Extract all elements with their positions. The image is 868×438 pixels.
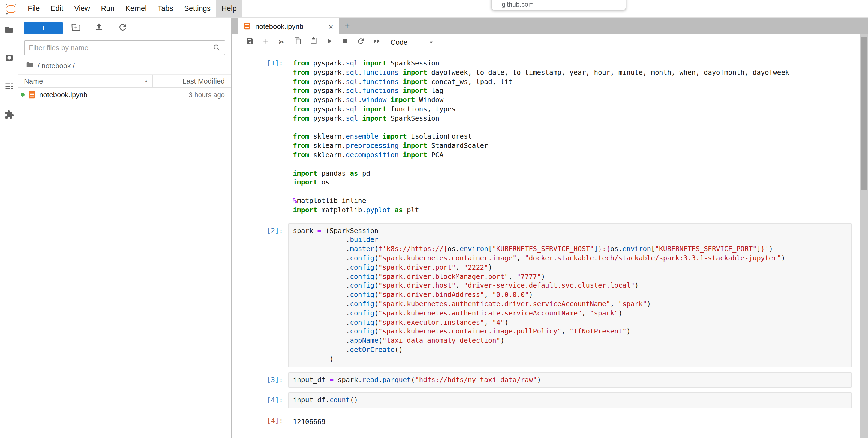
- notebook-file-icon: [243, 22, 251, 30]
- paste-cells-button[interactable]: [305, 35, 321, 49]
- restart-run-all-button[interactable]: [369, 35, 384, 49]
- upload-icon: [94, 22, 104, 34]
- code-cell[interactable]: [3]:input_df = spark.read.parquet("hdfs:…: [237, 372, 852, 388]
- list-icon: [4, 81, 14, 93]
- filter-files-input[interactable]: [24, 40, 225, 55]
- cell-editor[interactable]: from pyspark.sql import SparkSessionfrom…: [288, 56, 852, 218]
- popup-text: github.com: [502, 1, 534, 8]
- interrupt-kernel-button[interactable]: [337, 35, 353, 49]
- copy-icon: [294, 37, 301, 47]
- menu-help[interactable]: Help: [216, 0, 242, 18]
- upload-button[interactable]: [93, 22, 105, 34]
- cell-output-text: 12106669: [288, 413, 852, 430]
- notebook-file-icon: [28, 91, 36, 99]
- tab-notebook[interactable]: notebook.ipynb ×: [238, 18, 339, 34]
- copy-cells-button[interactable]: [289, 35, 305, 49]
- menu-kernel[interactable]: Kernel: [120, 0, 152, 18]
- menu-settings[interactable]: Settings: [179, 0, 216, 18]
- menu-bar: File Edit View Run Kernel Tabs Settings …: [0, 0, 868, 18]
- clipboard-icon: [310, 37, 317, 47]
- file-name: notebook.ipynb: [39, 91, 87, 99]
- plus-icon: +: [344, 21, 350, 32]
- play-icon: [325, 37, 333, 47]
- menu-view[interactable]: View: [69, 0, 95, 18]
- extensions-tab[interactable]: [3, 110, 15, 122]
- puzzle-icon: [4, 110, 14, 122]
- breadcrumb[interactable]: / notebook /: [18, 56, 231, 74]
- refresh-button[interactable]: [117, 22, 128, 34]
- cell-editor[interactable]: spark = (SparkSession .builder .master(f…: [288, 223, 852, 367]
- tab-label: notebook.ipynb: [255, 22, 303, 30]
- notebook-toolbar: ✂: [232, 34, 860, 50]
- table-of-contents-tab[interactable]: [3, 81, 15, 93]
- cell-type-dropdown[interactable]: Code: [391, 38, 435, 46]
- file-browser-toolbar: +: [18, 18, 231, 36]
- new-tab-button[interactable]: +: [339, 18, 355, 34]
- run-cell-button[interactable]: [321, 35, 337, 49]
- running-sessions-tab[interactable]: [3, 53, 15, 65]
- jupyter-logo: [5, 2, 18, 15]
- code-cell[interactable]: [1]:from pyspark.sql import SparkSession…: [237, 56, 852, 218]
- insert-cell-button[interactable]: [258, 35, 274, 49]
- folder-icon: [4, 24, 14, 37]
- chevron-down-icon: [428, 38, 435, 46]
- cell-prompt: [2]:: [237, 223, 288, 367]
- output-cell[interactable]: [4]:12106669: [237, 413, 852, 430]
- menu-run[interactable]: Run: [95, 0, 120, 18]
- column-header-name[interactable]: Name ▲: [18, 75, 152, 87]
- file-row[interactable]: notebook.ipynb 3 hours ago: [18, 88, 231, 101]
- notebook-cells: [1]:from pyspark.sql import SparkSession…: [232, 50, 868, 438]
- cell-prompt: [3]:: [237, 372, 288, 388]
- close-icon[interactable]: ×: [327, 22, 334, 30]
- new-folder-button[interactable]: [70, 22, 81, 34]
- cell-prompt: [1]:: [237, 56, 288, 218]
- file-browser: +: [18, 18, 232, 438]
- new-folder-icon: [70, 22, 81, 35]
- scrollbar-thumb[interactable]: [861, 37, 867, 191]
- file-list-header: Name ▲ Last Modified: [18, 74, 231, 88]
- stop-icon: [341, 37, 349, 47]
- restart-icon: [357, 37, 365, 47]
- cell-type-value: Code: [391, 38, 407, 46]
- tab-bar: notebook.ipynb × +: [232, 18, 868, 34]
- running-sessions-icon: [4, 53, 14, 65]
- search-icon: [212, 43, 221, 55]
- plus-icon: +: [41, 23, 46, 32]
- refresh-icon: [118, 22, 127, 34]
- filter-files: [24, 40, 225, 55]
- scissors-icon: ✂: [278, 38, 285, 46]
- code-cell[interactable]: [2]:spark = (SparkSession .builder .mast…: [237, 223, 852, 367]
- menu-tabs[interactable]: Tabs: [152, 0, 179, 18]
- restart-kernel-button[interactable]: [353, 35, 369, 49]
- cut-cells-button[interactable]: ✂: [274, 35, 289, 49]
- kernel-running-dot: [21, 93, 25, 97]
- breadcrumb-path: / notebook /: [38, 61, 75, 69]
- main-area: notebook.ipynb × +: [232, 18, 868, 438]
- new-launcher-button[interactable]: +: [24, 22, 63, 34]
- vertical-scrollbar[interactable]: [860, 34, 868, 438]
- cell-editor[interactable]: input_df = spark.read.parquet("hdfs://hd…: [288, 372, 852, 388]
- cell-prompt: [4]:: [237, 413, 288, 430]
- menu-edit[interactable]: Edit: [45, 0, 69, 18]
- cell-editor[interactable]: input_df.count(): [288, 393, 852, 409]
- save-button[interactable]: [242, 35, 258, 49]
- file-modified: 3 hours ago: [189, 91, 231, 98]
- sort-ascending-icon: ▲: [144, 79, 148, 84]
- fast-forward-icon: [373, 37, 381, 47]
- file-browser-tab[interactable]: [3, 25, 15, 36]
- activity-bar: [0, 18, 18, 438]
- menu-file[interactable]: File: [22, 0, 45, 18]
- cell-prompt: [4]:: [237, 393, 288, 409]
- save-icon: [246, 37, 254, 47]
- code-cell[interactable]: [4]:input_df.count(): [237, 393, 852, 409]
- link-status-popup: github.com: [491, 0, 626, 10]
- column-header-modified[interactable]: Last Modified: [153, 77, 231, 85]
- jupyterlab-window: github.com File Edit View Run Kernel Tab…: [0, 0, 868, 438]
- home-folder-icon: [26, 61, 34, 70]
- plus-icon: [262, 37, 270, 47]
